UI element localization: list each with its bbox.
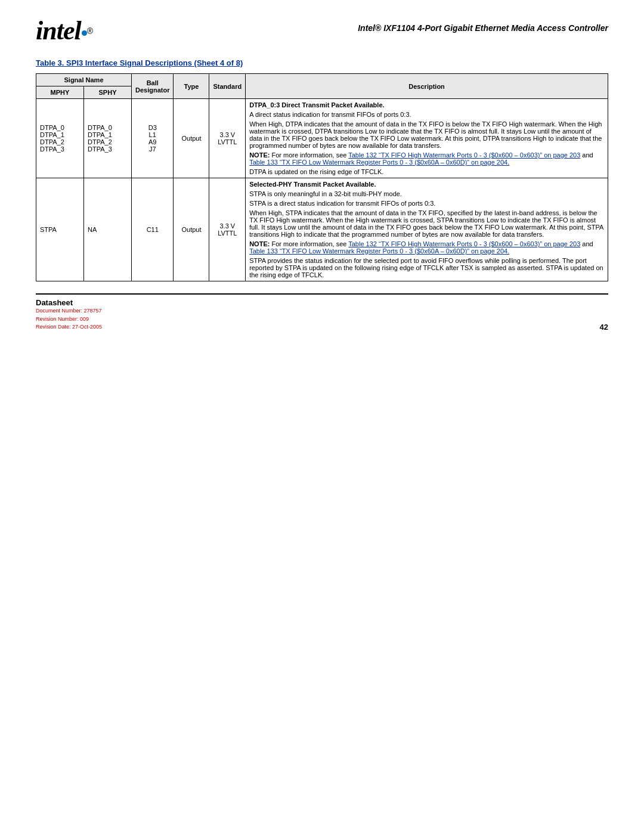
type-header: Type xyxy=(174,74,209,99)
desc-stpa-bold: Selected-PHY Transmit Packet Available. xyxy=(249,181,376,188)
stpa-link2: Table 133 “TX FIFO Low Watermark Registe… xyxy=(249,247,509,255)
footer-left: Datasheet Document Number: 278757 Revisi… xyxy=(36,298,102,332)
footer-doc-number: Document Number: 278757 Revision Number:… xyxy=(36,307,102,332)
table-header-row-1: Signal Name Ball Designator Type Standar… xyxy=(36,74,608,86)
description-header: Description xyxy=(246,74,608,99)
ball-header-text: Ball Designator xyxy=(135,79,169,94)
ball-cell-dtpa: D3L1A9J7 xyxy=(132,99,174,178)
desc-dtpa-note: NOTE: For more information, see Table 13… xyxy=(249,151,604,166)
registered-mark: ® xyxy=(87,26,93,36)
table-row: STPA NA C11 Output 3.3 VLVTTL Selected-P… xyxy=(36,178,608,281)
desc-stpa-note: NOTE: For more information, see Table 13… xyxy=(249,240,604,255)
datasheet-label: Datasheet xyxy=(36,298,102,307)
page-header: intel® Intel® IXF1104 4-Port Gigabit Eth… xyxy=(36,18,608,44)
standard-cell-stpa: 3.3 VLVTTL xyxy=(209,178,246,281)
intel-logo: intel® xyxy=(36,18,93,44)
desc-stpa-footer: STPA provides the status indication for … xyxy=(249,257,604,278)
type-cell-dtpa: Output xyxy=(174,99,209,178)
desc-dtpa-bold: DTPA_0:3 Direct Transmit Packet Availabl… xyxy=(249,101,384,109)
mphy-cell-stpa: STPA xyxy=(36,178,84,281)
dtpa-link1: Table 132 “TX FIFO High Watermark Ports … xyxy=(348,151,580,159)
table-heading: Table 3. SPI3 Interface Signal Descripti… xyxy=(36,58,608,67)
sphy-header: SPHY xyxy=(84,86,132,99)
standard-cell-dtpa: 3.3 VLVTTL xyxy=(209,99,246,178)
desc-stpa-para1: STPA is only meaningful in a 32-bit mult… xyxy=(249,190,604,197)
table-row: DTPA_0DTPA_1DTPA_2DTPA_3 DTPA_0DTPA_1DTP… xyxy=(36,99,608,178)
ball-designator-header: Ball Designator xyxy=(132,74,174,99)
sphy-cell-dtpa: DTPA_0DTPA_1DTPA_2DTPA_3 xyxy=(84,99,132,178)
page-number: 42 xyxy=(600,323,608,332)
desc-stpa-para3: When High, STPA indicates that the amoun… xyxy=(249,209,604,238)
revision-date: Revision Date: 27-Oct-2005 xyxy=(36,323,102,332)
desc-cell-stpa: Selected-PHY Transmit Packet Available. … xyxy=(246,178,608,281)
title-text: Intel® IXF1104 4-Port Gigabit Ethernet M… xyxy=(358,23,608,33)
mphy-header: MPHY xyxy=(36,86,84,99)
doc-number: Document Number: 278757 xyxy=(36,307,102,315)
intel-logo-dot xyxy=(82,30,87,36)
signal-name-header: Signal Name xyxy=(36,74,132,86)
document-title: Intel® IXF1104 4-Port Gigabit Ethernet M… xyxy=(358,23,608,35)
desc-stpa-para2: STPA is a direct status indication for t… xyxy=(249,200,604,207)
desc-dtpa-para1: A direct status indication for transmit … xyxy=(249,111,604,118)
type-cell-stpa: Output xyxy=(174,178,209,281)
revision-number: Revision Number: 009 xyxy=(36,315,102,324)
desc-dtpa-footer: DTPA is updated on the rising edge of TF… xyxy=(249,168,604,175)
desc-cell-dtpa: DTPA_0:3 Direct Transmit Packet Availabl… xyxy=(246,99,608,178)
signal-descriptions-table: Signal Name Ball Designator Type Standar… xyxy=(36,73,608,281)
page-footer: Datasheet Document Number: 278757 Revisi… xyxy=(36,293,608,332)
dtpa-link2: Table 133 “TX FIFO Low Watermark Registe… xyxy=(249,159,509,166)
stpa-link1: Table 132 “TX FIFO High Watermark Ports … xyxy=(348,240,580,247)
sphy-cell-stpa: NA xyxy=(84,178,132,281)
mphy-cell-dtpa: DTPA_0DTPA_1DTPA_2DTPA_3 xyxy=(36,99,84,178)
standard-header: Standard xyxy=(209,74,246,99)
ball-cell-stpa: C11 xyxy=(132,178,174,281)
desc-dtpa-para2: When High, DTPA indicates that the amoun… xyxy=(249,120,604,149)
intel-logo-text: intel xyxy=(36,18,81,44)
